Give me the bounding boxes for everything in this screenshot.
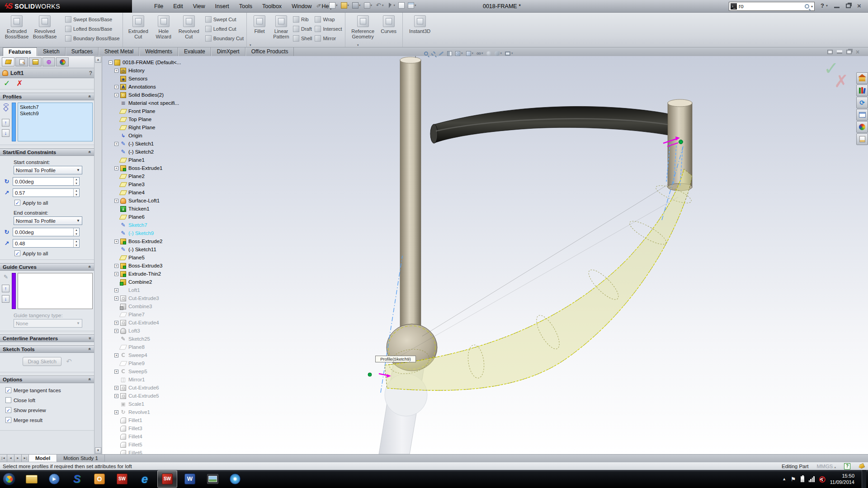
expand-toggle-icon[interactable] <box>114 69 118 73</box>
volume-muted-icon[interactable] <box>819 476 826 482</box>
show-desktop-button[interactable] <box>862 470 866 488</box>
expand-toggle-icon[interactable] <box>114 199 118 203</box>
battery-icon[interactable] <box>801 476 804 482</box>
pm-scrollbar[interactable]: ▲ ▼ <box>94 56 102 454</box>
tree-item[interactable]: Fillet6 <box>108 449 217 454</box>
expand-toggle-icon[interactable] <box>114 239 118 244</box>
display-style-button[interactable]: ▾ <box>466 51 474 56</box>
magnified-selection-button[interactable] <box>439 53 444 54</box>
guide-curves-list[interactable] <box>18 273 93 309</box>
swept-cut-button[interactable]: Swept Cut <box>205 16 244 23</box>
tree-item[interactable]: Origin <box>108 131 217 140</box>
tree-item[interactable]: Cut-Extrude4 <box>108 319 217 327</box>
configuration-tab[interactable] <box>29 57 42 66</box>
option-row[interactable]: Show preview <box>5 407 93 413</box>
open-button[interactable]: ▾ <box>340 2 350 9</box>
design-library-button[interactable] <box>856 84 868 96</box>
solidworks-active-taskbar-button[interactable]: SW <box>157 470 177 488</box>
apply-scene-button[interactable]: ▾ <box>495 51 502 56</box>
tree-item[interactable]: Front Plane <box>108 107 217 115</box>
command-tab[interactable]: DimXpert <box>211 47 245 56</box>
column-dropdown-caret[interactable]: ▾ <box>250 43 251 47</box>
tree-item[interactable]: Fillet3 <box>108 424 217 432</box>
end-apply-all-row[interactable]: Apply to all <box>14 250 93 256</box>
undo-button[interactable]: ↶▾ <box>374 2 385 9</box>
menu-item[interactable]: File <box>149 0 168 13</box>
tree-item[interactable]: Plane7 <box>108 310 217 319</box>
tree-item[interactable]: Combine3 <box>108 302 217 310</box>
menu-item[interactable]: View <box>188 0 210 13</box>
doc-restore-icon[interactable] <box>846 50 852 54</box>
profiles-list[interactable]: Sketch7 Sketch9 <box>18 103 93 141</box>
expand-toggle-icon[interactable] <box>114 166 118 170</box>
tree-item[interactable]: Material <not specifi... <box>108 99 217 107</box>
expand-toggle-icon[interactable] <box>114 370 118 374</box>
search-input[interactable] <box>739 3 803 9</box>
revolved-boss-button[interactable]: Revolved Boss/Base <box>31 14 59 39</box>
expand-toggle-icon[interactable] <box>114 93 118 97</box>
profiles-header[interactable]: Profiles« <box>0 93 94 100</box>
ok-button[interactable]: ✓ <box>4 80 10 87</box>
expand-toggle-icon[interactable] <box>114 85 118 89</box>
file-properties-button[interactable] <box>397 2 406 9</box>
first-tab-icon[interactable]: |◄ <box>0 455 7 462</box>
tree-item[interactable]: Thicken1 <box>108 205 217 213</box>
command-tab[interactable]: Sketch <box>37 47 66 56</box>
spinner[interactable]: ▲▼ <box>73 239 79 247</box>
cancel-button[interactable]: ✗ <box>16 80 23 87</box>
drag-sketch-button[interactable]: Drag Sketch <box>23 357 61 366</box>
shell-button[interactable]: Shell <box>293 35 312 42</box>
spinner[interactable]: ▲▼ <box>73 228 79 236</box>
tray-expand-icon[interactable]: ▲ <box>782 477 786 481</box>
doc-tab[interactable]: Model <box>29 455 57 462</box>
graphics-area[interactable] <box>102 56 868 454</box>
tree-item[interactable]: Fillet5 <box>108 441 217 449</box>
edit-appearance-button[interactable] <box>486 51 491 56</box>
select-button[interactable]: ▾ <box>386 2 396 9</box>
appearances-button[interactable] <box>856 121 868 133</box>
sketch-tools-header[interactable]: Sketch Tools« <box>0 345 94 353</box>
clock[interactable]: 15:50 11/09/2014 <box>830 473 857 485</box>
start-constraint-select[interactable]: Normal To Profile▼ <box>14 166 82 174</box>
tree-item[interactable]: Plane9 <box>108 359 217 367</box>
zoom-fit-button[interactable] <box>424 52 428 56</box>
word-taskbar-button[interactable]: W <box>180 470 200 488</box>
tree-item[interactable]: Plane2 <box>108 172 217 180</box>
search-icon[interactable] <box>805 4 809 9</box>
boundary-cut-button[interactable]: Boundary Cut <box>205 35 244 42</box>
extruded-cut-button[interactable]: Extruded Cut <box>126 14 151 39</box>
expand-toggle-icon[interactable] <box>114 329 118 333</box>
centerline-header[interactable]: Centerline Parameters« <box>0 334 94 342</box>
draft-button[interactable]: Draft <box>293 25 312 33</box>
tree-item[interactable]: (-) Sketch2 <box>108 148 217 156</box>
doc-newwindow-icon[interactable] <box>827 50 833 54</box>
pm-help-button[interactable]: ? <box>89 70 92 76</box>
tree-item[interactable]: Annotations <box>108 83 217 91</box>
tree-item[interactable]: Top Plane <box>108 115 217 123</box>
wrap-button[interactable]: Wrap <box>315 16 342 23</box>
undo-sketch-icon[interactable]: ↶ <box>66 357 72 366</box>
tree-item[interactable]: Mirror1 <box>108 375 217 384</box>
expand-toggle-icon[interactable] <box>114 142 118 146</box>
tree-item[interactable]: Combine2 <box>108 278 217 286</box>
linear-pattern-button[interactable]: Linear Pattern <box>269 14 293 39</box>
option-row[interactable]: Close loft <box>5 397 93 403</box>
tree-item[interactable]: Boss-Extrude2 <box>108 237 217 245</box>
units-selector[interactable]: MMGS ▴ <box>817 464 836 469</box>
menu-item[interactable]: Tools <box>234 0 257 13</box>
tree-item[interactable]: Loft3 <box>108 327 217 335</box>
hide-show-items-button[interactable]: oo▾ <box>476 51 483 56</box>
guide-curves-header[interactable]: Guide Curves« <box>0 263 94 271</box>
swept-boss-button[interactable]: Swept Boss/Base <box>65 16 120 23</box>
tree-item[interactable]: Cut-Extrude5 <box>108 392 217 400</box>
scroll-down-icon[interactable]: ▼ <box>95 447 101 454</box>
tree-item[interactable]: Sketch7 <box>108 221 217 229</box>
constraints-header[interactable]: Start/End Constraints« <box>0 148 94 156</box>
model-seat-tube[interactable] <box>400 60 421 327</box>
hole-wizard-button[interactable]: Hole Wizard <box>151 14 176 39</box>
intersect-button[interactable]: Intersect <box>315 25 342 33</box>
boundary-boss-button[interactable]: Boundary Boss/Base <box>65 35 120 42</box>
section-view-button[interactable] <box>447 51 452 56</box>
loft-connector-point[interactable] <box>679 140 683 144</box>
end-angle-field[interactable]: 0.00deg ▲▼ <box>13 228 80 236</box>
